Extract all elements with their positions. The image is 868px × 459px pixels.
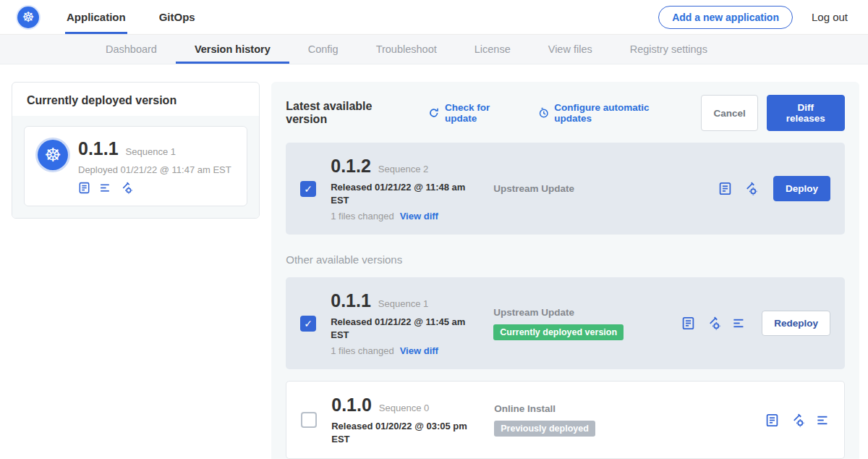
- currently-deployed-panel: Currently deployed version ☸ 0.1.1 Seque…: [12, 82, 260, 219]
- version-source-label: Upstream Update: [493, 307, 681, 318]
- view-config-icon[interactable]: [99, 182, 111, 194]
- view-config-icon[interactable]: [816, 413, 830, 427]
- topnav-tab-gitops[interactable]: GitOps: [158, 0, 197, 34]
- version-row-0-1-0: ✓ 0.1.0 Sequence 0 Released 01/20/22 @ 0…: [286, 381, 845, 459]
- latest-available-title: Latest available version: [286, 100, 412, 126]
- sequence-label: Sequence 1: [378, 298, 428, 309]
- logout-link[interactable]: Log out: [812, 11, 848, 23]
- kubernetes-logo-icon: ☸: [17, 7, 39, 28]
- release-notes-icon[interactable]: [681, 316, 695, 330]
- diff-releases-button[interactable]: Diff releases: [767, 95, 845, 131]
- app-logo-wrap: ☸: [17, 0, 39, 34]
- preflight-checks-icon[interactable]: [120, 182, 132, 194]
- subnav-tab-version-history[interactable]: Version history: [176, 35, 289, 64]
- version-history-panel: Latest available version Check for updat…: [271, 82, 859, 459]
- preflight-checks-icon[interactable]: [791, 413, 804, 427]
- other-available-versions-title: Other available versions: [286, 253, 845, 266]
- release-notes-icon[interactable]: [718, 182, 732, 195]
- version-number: 0.1.2: [331, 156, 371, 177]
- sequence-label: Sequence 0: [379, 403, 429, 413]
- preflight-checks-icon[interactable]: [744, 182, 757, 195]
- version-checkbox[interactable]: ✓: [300, 181, 316, 197]
- files-changed-label: 1 files changed: [331, 345, 393, 356]
- deploy-button[interactable]: Deploy: [773, 176, 830, 201]
- release-notes-icon[interactable]: [765, 413, 779, 427]
- kubernetes-app-icon: ☸: [38, 140, 68, 170]
- configure-automatic-updates-link[interactable]: Configure automatic updates: [538, 102, 686, 124]
- preflight-checks-icon[interactable]: [707, 316, 720, 330]
- topnav-tab-application[interactable]: Application: [65, 0, 127, 34]
- subnav-tab-dashboard[interactable]: Dashboard: [87, 35, 176, 64]
- version-row-0-1-1: ✓ 0.1.1 Sequence 1 Released 01/21/22 @ 1…: [286, 277, 845, 369]
- version-number: 0.1.1: [331, 290, 371, 311]
- top-navbar: ☸ Application GitOps Add a new applicati…: [0, 0, 868, 35]
- released-timestamp: Released 01/21/22 @ 11:48 am EST: [331, 181, 475, 206]
- redeploy-button[interactable]: Redeploy: [762, 311, 830, 336]
- currently-deployed-title: Currently deployed version: [12, 83, 259, 116]
- currently-deployed-badge: Currently deployed version: [493, 324, 624, 340]
- add-new-application-button[interactable]: Add a new application: [658, 6, 793, 29]
- deployed-sequence-label: Sequence 1: [126, 146, 176, 157]
- refresh-icon: [428, 107, 440, 119]
- version-checkbox[interactable]: ✓: [301, 412, 317, 428]
- configure-automatic-updates-label: Configure automatic updates: [554, 102, 685, 124]
- subnav-tab-troubleshoot[interactable]: Troubleshoot: [357, 35, 456, 64]
- previously-deployed-badge: Previously deployed: [494, 421, 595, 437]
- released-timestamp: Released 01/20/22 @ 03:05 pm EST: [331, 420, 476, 445]
- check-for-update-label: Check for update: [445, 102, 522, 124]
- subnav-tab-license[interactable]: License: [456, 35, 529, 64]
- deployed-version-card: ☸ 0.1.1 Sequence 1 Deployed 01/21/22 @ 1…: [24, 126, 247, 206]
- check-for-update-link[interactable]: Check for update: [428, 102, 522, 124]
- subnav-tab-registry-settings[interactable]: Registry settings: [611, 35, 726, 64]
- deployed-version-number: 0.1.1: [78, 138, 119, 159]
- sequence-label: Sequence 2: [378, 164, 428, 174]
- version-source-label: Online Install: [494, 403, 682, 414]
- view-diff-link[interactable]: View diff: [400, 211, 438, 222]
- schedule-update-icon: [538, 107, 550, 119]
- deployed-timestamp: Deployed 01/21/22 @ 11:47 am EST: [78, 164, 231, 175]
- view-diff-link[interactable]: View diff: [400, 345, 438, 356]
- subnav-tab-config[interactable]: Config: [289, 35, 357, 64]
- view-config-icon[interactable]: [732, 316, 746, 330]
- version-source-label: Upstream Update: [493, 183, 681, 194]
- subnav-tab-view-files[interactable]: View files: [529, 35, 611, 64]
- app-subnav: Dashboard Version history Config Trouble…: [0, 35, 868, 64]
- release-notes-icon[interactable]: [78, 182, 90, 194]
- files-changed-label: 1 files changed: [331, 211, 393, 222]
- released-timestamp: Released 01/21/22 @ 11:45 am EST: [331, 316, 475, 341]
- version-checkbox[interactable]: ✓: [300, 316, 316, 332]
- cancel-button[interactable]: Cancel: [701, 95, 757, 131]
- version-number: 0.1.0: [331, 395, 372, 416]
- version-row-0-1-2: ✓ 0.1.2 Sequence 2 Released 01/21/22 @ 1…: [286, 143, 845, 235]
